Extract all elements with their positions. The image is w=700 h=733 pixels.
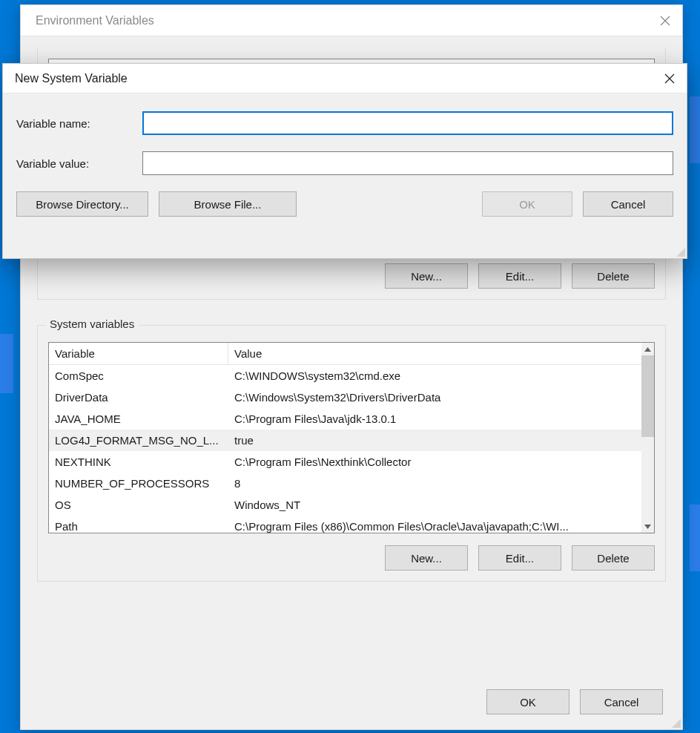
cell-value: C:\Windows\System32\Drivers\DriverData: [228, 391, 641, 404]
scroll-thumb[interactable]: [641, 355, 654, 437]
column-header-value[interactable]: Value: [228, 347, 654, 360]
nsv-cancel-button[interactable]: Cancel: [583, 191, 673, 217]
variable-name-label: Variable name:: [16, 117, 142, 130]
table-row[interactable]: ComSpecC:\WINDOWS\system32\cmd.exe: [49, 365, 641, 387]
variable-value-row: Variable value:: [16, 151, 673, 175]
variable-value-input[interactable]: [142, 151, 673, 175]
cancel-button[interactable]: Cancel: [580, 689, 663, 714]
system-variables-group: System variables Variable Value ComSpecC…: [37, 325, 666, 582]
desktop-accent: [0, 334, 13, 393]
cell-variable: Path: [49, 520, 228, 533]
user-edit-button[interactable]: Edit...: [478, 263, 561, 289]
nsv-titlebar[interactable]: New System Variable: [3, 64, 687, 93]
nsv-body: Variable name: Variable value: Browse Di…: [3, 93, 687, 227]
cell-variable: OS: [49, 499, 228, 511]
ok-button[interactable]: OK: [486, 689, 569, 714]
user-delete-button[interactable]: Delete: [572, 263, 655, 289]
desktop-accent: [690, 504, 700, 571]
system-new-button[interactable]: New...: [385, 545, 468, 571]
user-variables-button-row: New... Edit... Delete: [48, 263, 655, 289]
scroll-down-icon[interactable]: [641, 520, 654, 533]
cell-variable: LOG4J_FORMAT_MSG_NO_L...: [49, 434, 228, 447]
variable-name-row: Variable name:: [16, 111, 673, 135]
desktop-accent: [690, 96, 700, 163]
table-row[interactable]: OSWindows_NT: [49, 494, 641, 516]
table-row[interactable]: LOG4J_FORMAT_MSG_NO_L...true: [49, 430, 641, 451]
system-delete-button[interactable]: Delete: [572, 545, 655, 571]
nsv-button-row: Browse Directory... Browse File... OK Ca…: [16, 191, 673, 217]
new-system-variable-dialog: New System Variable Variable name: Varia…: [2, 63, 687, 259]
cell-value: 8: [228, 477, 641, 490]
user-new-button[interactable]: New...: [385, 263, 468, 289]
cell-variable: NEXTHINK: [49, 456, 228, 468]
scrollbar[interactable]: [641, 343, 654, 533]
cell-value: C:\Program Files\Nexthink\Collector: [228, 456, 641, 468]
table-row[interactable]: DriverDataC:\Windows\System32\Drivers\Dr…: [49, 387, 641, 408]
nsv-title: New System Variable: [15, 72, 128, 85]
system-edit-button[interactable]: Edit...: [478, 545, 561, 571]
variable-value-label: Variable value:: [16, 157, 142, 170]
cell-value: C:\Program Files\Java\jdk-13.0.1: [228, 412, 641, 425]
nsv-ok-button[interactable]: OK: [482, 191, 572, 217]
cell-variable: ComSpec: [49, 369, 228, 382]
close-icon[interactable]: [648, 5, 682, 36]
table-row[interactable]: JAVA_HOMEC:\Program Files\Java\jdk-13.0.…: [49, 408, 641, 430]
cell-value: Windows_NT: [228, 499, 641, 511]
resize-grip-icon[interactable]: [670, 717, 681, 728]
env-title: Environment Variables: [36, 14, 154, 27]
table-row[interactable]: NEXTHINKC:\Program Files\Nexthink\Collec…: [49, 451, 641, 473]
browse-directory-button[interactable]: Browse Directory...: [16, 191, 148, 217]
main-button-row: OK Cancel: [486, 689, 663, 714]
cell-value: C:\WINDOWS\system32\cmd.exe: [228, 369, 641, 382]
env-titlebar[interactable]: Environment Variables: [21, 5, 682, 36]
cell-variable: JAVA_HOME: [49, 412, 228, 425]
table-row[interactable]: PathC:\Program Files (x86)\Common Files\…: [49, 516, 641, 533]
system-variables-label: System variables: [45, 318, 139, 330]
list-header[interactable]: Variable Value: [49, 343, 654, 365]
system-variables-button-row: New... Edit... Delete: [48, 545, 655, 571]
column-header-variable[interactable]: Variable: [49, 343, 228, 364]
cell-value: C:\Program Files (x86)\Common Files\Orac…: [228, 520, 641, 533]
list-rows: ComSpecC:\WINDOWS\system32\cmd.exeDriver…: [49, 365, 641, 533]
variable-name-input[interactable]: [142, 111, 673, 135]
cell-variable: NUMBER_OF_PROCESSORS: [49, 477, 228, 490]
system-variables-listbox[interactable]: Variable Value ComSpecC:\WINDOWS\system3…: [48, 342, 655, 533]
cell-value: true: [228, 434, 641, 447]
resize-grip-icon[interactable]: [675, 246, 685, 257]
scroll-up-icon[interactable]: [641, 343, 654, 355]
browse-file-button[interactable]: Browse File...: [159, 191, 297, 217]
cell-variable: DriverData: [49, 391, 228, 404]
close-icon[interactable]: [653, 64, 687, 93]
table-row[interactable]: NUMBER_OF_PROCESSORS8: [49, 473, 641, 494]
